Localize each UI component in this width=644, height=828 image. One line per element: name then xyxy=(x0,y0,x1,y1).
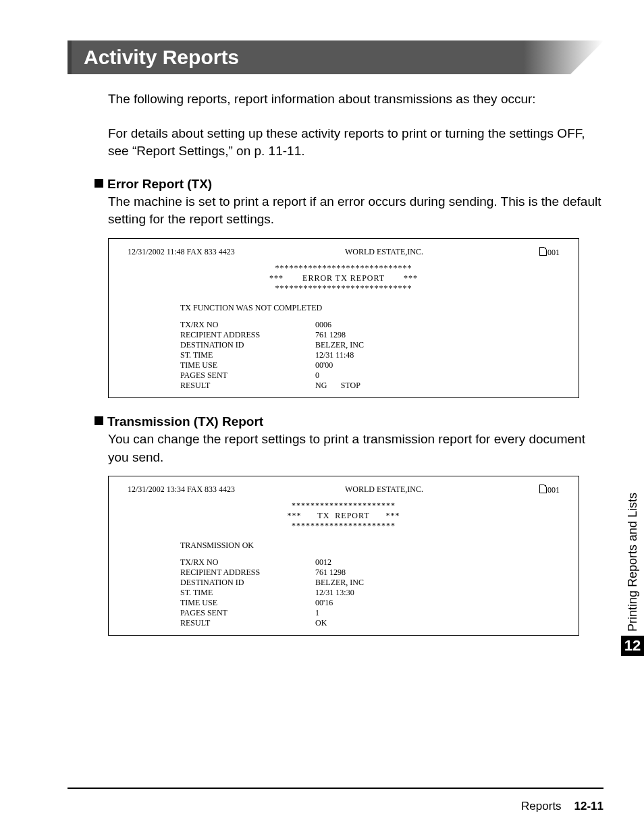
report-header-right-num: 001 xyxy=(547,248,560,257)
report-row: RECIPIENT ADDRESS761 1298 xyxy=(180,568,560,578)
report-fields: TX/RX NO0012RECIPIENT ADDRESS761 1298DES… xyxy=(180,557,560,628)
report-row-value: OK xyxy=(315,618,327,628)
report-row-key: TIME USE xyxy=(180,360,315,370)
report-status: TX FUNCTION WAS NOT COMPLETED xyxy=(180,303,560,313)
report-header-left: 12/31/2002 13:34 FAX 833 4423 xyxy=(128,485,249,495)
report-row-key: ST. TIME xyxy=(180,588,315,598)
intro-para-1: The following reports, report informatio… xyxy=(108,90,603,109)
report-row: DESTINATION IDBELZER, INC xyxy=(180,340,560,350)
report-row-value: NG xyxy=(315,381,327,391)
footer-page-number: 12-11 xyxy=(574,800,603,812)
report-title-starline-top: ***************************** xyxy=(128,263,560,273)
report-row-key: TX/RX NO xyxy=(180,557,315,568)
report-title-block: ***************************** *** ERROR … xyxy=(128,263,560,294)
footer-rule xyxy=(68,788,603,789)
intro-para-2: For details about setting up these activ… xyxy=(108,125,603,161)
section-title: Activity Reports xyxy=(84,46,239,69)
report-row-extra: STOP xyxy=(327,381,374,391)
report-row-value: 12/31 13:30 xyxy=(315,588,354,598)
report-header-right: 001 xyxy=(519,485,560,495)
report-header-right: 001 xyxy=(519,247,560,258)
report-row-key: TIME USE xyxy=(180,598,315,608)
report-header-left: 12/31/2002 11:48 FAX 833 4423 xyxy=(128,247,249,258)
report-row-key: DESTINATION ID xyxy=(180,578,315,588)
report-row: TIME USE00'00 xyxy=(180,360,560,370)
report-title-starline-bot: ********************** xyxy=(128,521,560,531)
report-row: ST. TIME12/31 13:30 xyxy=(180,588,560,598)
report-row: ST. TIME12/31 11:48 xyxy=(180,350,560,360)
report-row-value: 1 xyxy=(315,608,319,618)
report-title-text: *** TX REPORT *** xyxy=(128,511,560,521)
report-row-value: 0012 xyxy=(315,557,331,568)
report-row-key: PAGES SENT xyxy=(180,370,315,381)
error-report-heading: Error Report (TX) xyxy=(95,177,603,192)
report-title-starline-top: ********************** xyxy=(128,501,560,511)
report-row-key: RESULT xyxy=(180,381,315,391)
report-row-value: BELZER, INC xyxy=(315,578,364,588)
tx-report-heading: Transmission (TX) Report xyxy=(95,414,603,429)
section-title-bar: Activity Reports xyxy=(68,40,603,74)
report-row-key: RECIPIENT ADDRESS xyxy=(180,330,315,340)
footer: Reports 12-11 xyxy=(521,800,603,813)
error-report-description: The machine is set to print a report if … xyxy=(108,193,603,229)
report-row: DESTINATION IDBELZER, INC xyxy=(180,578,560,588)
report-row-value: 00'00 xyxy=(315,360,333,370)
tx-report-sample: 12/31/2002 13:34 FAX 833 4423 WORLD ESTA… xyxy=(108,476,579,636)
error-report-sample: 12/31/2002 11:48 FAX 833 4423 WORLD ESTA… xyxy=(108,238,579,398)
report-row-key: RECIPIENT ADDRESS xyxy=(180,568,315,578)
report-row-key: ST. TIME xyxy=(180,350,315,360)
report-status: TRANSMISSION OK xyxy=(180,541,560,551)
report-header-mid: WORLD ESTATE,INC. xyxy=(249,485,519,495)
report-row: RESULTNGSTOP xyxy=(180,381,560,391)
report-title-starline-bot: ***************************** xyxy=(128,283,560,294)
report-row-value: BELZER, INC xyxy=(315,340,364,350)
report-row: RESULTOK xyxy=(180,618,560,628)
report-row-value: 0006 xyxy=(315,320,331,330)
footer-label: Reports xyxy=(521,800,562,812)
report-header: 12/31/2002 11:48 FAX 833 4423 WORLD ESTA… xyxy=(128,247,560,258)
report-title-text: *** ERROR TX REPORT *** xyxy=(128,273,560,283)
chapter-side-tab-label: Printing Reports and Lists xyxy=(626,493,640,632)
page-icon xyxy=(539,485,547,493)
report-row: TX/RX NO0012 xyxy=(180,557,560,568)
report-fields: TX/RX NO0006RECIPIENT ADDRESS761 1298DES… xyxy=(180,320,560,391)
page-icon xyxy=(539,247,547,256)
tx-report-heading-text: Transmission (TX) Report xyxy=(107,414,263,429)
report-header-right-num: 001 xyxy=(547,485,560,495)
report-row-key: DESTINATION ID xyxy=(180,340,315,350)
report-row-value: 761 1298 xyxy=(315,568,346,578)
report-row: TIME USE00'16 xyxy=(180,598,560,608)
report-row-key: TX/RX NO xyxy=(180,320,315,330)
report-row: TX/RX NO0006 xyxy=(180,320,560,330)
report-row-value: 12/31 11:48 xyxy=(315,350,354,360)
report-row-value: 00'16 xyxy=(315,598,333,608)
tx-report-description: You can change the report settings to pr… xyxy=(108,431,603,466)
report-row: PAGES SENT 1 xyxy=(180,608,560,618)
report-header-mid: WORLD ESTATE,INC. xyxy=(249,247,519,258)
error-report-heading-text: Error Report (TX) xyxy=(107,177,212,191)
report-row-value: 761 1298 xyxy=(315,330,346,340)
report-row: PAGES SENT 0 xyxy=(180,370,560,381)
report-title-block: ********************** *** TX REPORT ***… xyxy=(128,501,560,531)
bullet-square-icon xyxy=(95,179,103,188)
report-row-key: RESULT xyxy=(180,618,315,628)
report-row-value: 0 xyxy=(315,370,319,381)
chapter-side-tab: Printing Reports and Lists 12 xyxy=(621,493,644,656)
bullet-square-icon xyxy=(95,416,103,425)
report-header: 12/31/2002 13:34 FAX 833 4423 WORLD ESTA… xyxy=(128,485,560,495)
report-row-key: PAGES SENT xyxy=(180,608,315,618)
chapter-side-tab-number: 12 xyxy=(621,636,644,656)
report-row: RECIPIENT ADDRESS761 1298 xyxy=(180,330,560,340)
